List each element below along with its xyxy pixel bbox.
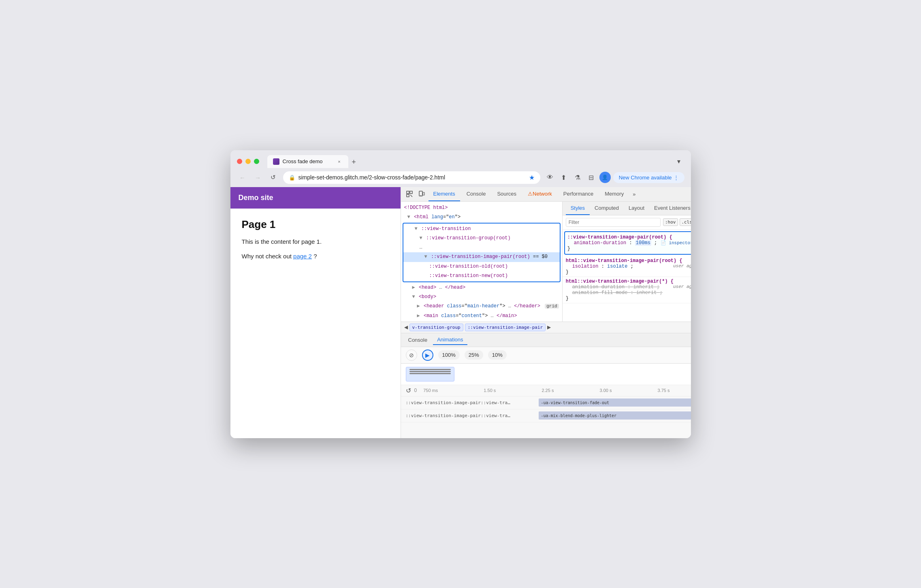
breadcrumb-back-arrow[interactable]: ◀ (404, 324, 408, 330)
timeline-row-1-label: ::view-transition-image-pair::view-tra… (401, 400, 539, 405)
profile-button[interactable]: 👤 (599, 172, 611, 183)
timeline-row-2-bar[interactable]: -ua-mix-blend-mode-plus-lighter (539, 411, 691, 420)
styles-filter-buttons: :hov .cls + (663, 218, 691, 226)
tab-styles[interactable]: Styles (566, 202, 590, 215)
speed-25-button[interactable]: 25% (465, 350, 483, 360)
marker-750ms: 750 ms (423, 388, 438, 393)
ua-rule-2-selector: html::view-transition-image-pair(*) { (566, 279, 674, 284)
styles-filter-input[interactable] (566, 218, 661, 227)
tab-console[interactable]: Console (462, 187, 491, 201)
tab-network[interactable]: ⚠ Network (523, 187, 557, 201)
animations-preview-area (401, 364, 691, 385)
svg-rect-5 (423, 192, 424, 195)
demo-site-panel: Demo site Page 1 This is the content for… (230, 187, 401, 438)
forward-button[interactable]: → (252, 172, 264, 183)
tab-performance[interactable]: Performance (559, 187, 598, 201)
demo-site-title: Demo site (239, 194, 273, 202)
animation-group-preview[interactable] (406, 367, 454, 381)
animations-play-button[interactable]: ▶ (422, 349, 433, 361)
browser-window: Cross fade demo × + ▾ ← → ↺ 🔒 simple-set… (230, 150, 691, 438)
animations-pause-button[interactable]: ⊘ (406, 349, 417, 361)
tab-layout[interactable]: Layout (624, 202, 649, 215)
marker-225s: 2.25 s (542, 388, 554, 393)
lock-icon: 🔒 (289, 175, 295, 181)
new-chrome-available-button[interactable]: New Chrome available ⋮ (613, 172, 684, 183)
animation-duration-ua-property: animation-duration : inherit ; (566, 284, 691, 290)
speed-100-button[interactable]: 100% (438, 350, 460, 360)
view-transition-highlight: ▼ ::view-transition ▼ ::view-transition-… (403, 223, 561, 282)
hov-filter-button[interactable]: :hov (663, 218, 678, 226)
tab-elements[interactable]: Elements (429, 187, 460, 201)
timeline-refresh-button[interactable]: ↺ (406, 387, 411, 394)
style-rule-header: ::view-transition-image-pair(root) { 📄 i… (567, 234, 691, 240)
close-window-button[interactable] (237, 159, 242, 164)
inspect-element-button[interactable] (404, 189, 415, 199)
marker-300s: 3.00 s (599, 388, 612, 393)
page-2-link[interactable]: page 2 (293, 253, 312, 260)
tab-event-listeners[interactable]: Event Listeners (649, 202, 691, 215)
speed-10-button[interactable]: 10% (488, 350, 507, 360)
grid-badge: grid (545, 304, 559, 309)
devtools-tabs-more-button[interactable]: » (630, 190, 638, 199)
back-button[interactable]: ← (237, 172, 248, 183)
ua-rule-1-source: user agent stylesheet (673, 264, 691, 268)
view-transition-line: ▼ ::view-transition (403, 224, 560, 234)
tab-computed[interactable]: Computed (590, 202, 624, 215)
view-transition-old-line: ::view-transition-old(root) (403, 262, 560, 271)
tab-overflow-button[interactable]: ▾ (673, 156, 684, 167)
demo-paragraph-2-prefix: Why not check out (242, 253, 294, 260)
timeline-row-1-bar-inner: -ua-view-transition-fade-out (539, 398, 691, 407)
tab-sources[interactable]: Sources (492, 187, 521, 201)
style-source-link[interactable]: 📄 inspector-stylesheet:4 (661, 240, 691, 245)
timeline-row-2: ::view-transition-image-pair::view-tra… … (401, 409, 691, 422)
breadcrumb-forward-arrow[interactable]: ▶ (547, 324, 551, 330)
demo-site-content: Page 1 This is the content for page 1. W… (230, 209, 401, 277)
marker-150s: 1.50 s (484, 388, 496, 393)
refresh-button[interactable]: ↺ (268, 172, 279, 183)
head-line: ▶ <head> … </head> (401, 283, 562, 292)
timeline-row-1-bar[interactable]: -ua-view-transition-fade-out (539, 398, 691, 407)
styles-tabs-bar: Styles Computed Layout Event Listeners » (563, 202, 691, 215)
svg-rect-1 (410, 191, 412, 194)
minimize-window-button[interactable] (245, 159, 251, 164)
drawer-tab-animations[interactable]: Animations (433, 335, 467, 345)
lab-icon[interactable]: ⚗ (572, 172, 583, 183)
active-tab[interactable]: Cross fade demo × (267, 155, 348, 168)
tab-memory[interactable]: Memory (600, 187, 629, 201)
main-line: ▶ <main class="content"> … </main> (401, 311, 562, 321)
bookmark-star-icon[interactable]: ★ (529, 174, 535, 181)
timeline-row-2-bar-inner: -ua-mix-blend-mode-plus-lighter (539, 411, 691, 420)
address-bar[interactable]: 🔒 simple-set-demos.glitch.me/2-slow-cros… (283, 171, 540, 184)
animation-fill-mode-property: animation-fill-mode : inherit ; (566, 290, 691, 296)
tab-close-button[interactable]: × (336, 158, 343, 165)
eye-off-icon[interactable]: 👁 (544, 172, 556, 183)
demo-paragraph-1: This is the content for page 1. (242, 237, 389, 247)
user-agent-rule-2: html::view-transition-image-pair(*) { us… (563, 277, 691, 303)
main-area: Demo site Page 1 This is the content for… (230, 187, 691, 438)
tab-console-label: Console (467, 191, 486, 197)
breadcrumb-item-1[interactable]: v-transition-group (409, 324, 463, 331)
animations-timeline: ↺ 0 750 ms 1.50 s 2.25 s 3.00 s 3.75 s 4… (401, 385, 691, 438)
animation-duration-value[interactable]: 100ms (635, 240, 651, 246)
svg-line-3 (410, 195, 412, 197)
url-text: simple-set-demos.glitch.me/2-slow-cross-… (298, 174, 526, 181)
user-agent-rule-1-header: html::view-transition-image-pair(root) {… (566, 258, 691, 264)
drawer-tab-console[interactable]: Console (404, 335, 432, 345)
elements-panel[interactable]: <!DOCTYPE html> ▼ <html lang="en"> ▼ ::v… (401, 202, 563, 322)
tab-memory-label: Memory (605, 191, 624, 197)
cls-filter-button[interactable]: .cls (680, 218, 691, 226)
share-icon[interactable]: ⬆ (558, 172, 569, 183)
timeline-row-1: ::view-transition-image-pair::view-tra… … (401, 396, 691, 409)
split-view-icon[interactable]: ⊟ (586, 172, 597, 183)
demo-site-header: Demo site (230, 187, 401, 209)
device-emulation-button[interactable] (416, 189, 427, 199)
new-tab-button[interactable]: + (348, 157, 360, 168)
maximize-window-button[interactable] (254, 159, 259, 164)
breadcrumb-item-2[interactable]: ::view-transition-image-pair (465, 324, 546, 331)
animation-fill-mode-value: inherit (636, 290, 657, 296)
tab-elements-label: Elements (433, 191, 455, 197)
inspect-icon (406, 191, 413, 197)
styles-panel: Styles Computed Layout Event Listeners » (563, 202, 691, 322)
style-selector-text: ::view-transition-image-pair(root) { (567, 234, 672, 240)
title-bar: Cross fade demo × + ▾ (230, 150, 691, 168)
